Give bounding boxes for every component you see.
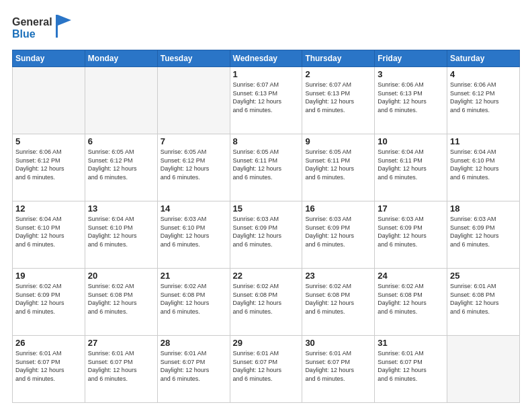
calendar-cell: 3Sunrise: 6:06 AMSunset: 6:13 PMDaylight… (375, 67, 447, 134)
calendar-cell: 21Sunrise: 6:02 AMSunset: 6:08 PMDayligh… (157, 269, 230, 336)
calendar-cell (447, 336, 520, 403)
header: General Blue (12, 12, 520, 43)
calendar-cell: 27Sunrise: 6:01 AMSunset: 6:07 PMDayligh… (85, 336, 157, 403)
logo: General Blue (12, 12, 73, 43)
weekday-header-row: SundayMondayTuesdayWednesdayThursdayFrid… (13, 50, 520, 67)
calendar-cell: 17Sunrise: 6:03 AMSunset: 6:09 PMDayligh… (375, 201, 447, 269)
calendar-cell: 19Sunrise: 6:02 AMSunset: 6:09 PMDayligh… (13, 269, 85, 336)
svg-text:General: General (12, 16, 52, 28)
day-info: Sunrise: 6:02 AMSunset: 6:09 PMDaylight:… (15, 282, 82, 316)
day-info: Sunrise: 6:03 AMSunset: 6:09 PMDaylight:… (305, 215, 371, 248)
day-info: Sunrise: 6:05 AMSunset: 6:11 PMDaylight:… (305, 148, 371, 181)
day-number: 3 (378, 69, 444, 79)
weekday-header-thursday: Thursday (302, 50, 375, 67)
weekday-header-sunday: Sunday (13, 50, 85, 67)
calendar-table: SundayMondayTuesdayWednesdayThursdayFrid… (12, 50, 520, 403)
calendar-cell: 26Sunrise: 6:01 AMSunset: 6:07 PMDayligh… (13, 336, 85, 403)
page: General Blue SundayMondayTuesdayWednesda… (0, 0, 532, 411)
day-number: 7 (161, 136, 227, 146)
day-info: Sunrise: 6:07 AMSunset: 6:13 PMDaylight:… (233, 81, 300, 114)
calendar-cell (157, 67, 230, 134)
calendar-cell: 2Sunrise: 6:07 AMSunset: 6:13 PMDaylight… (302, 67, 375, 134)
calendar-cell: 25Sunrise: 6:01 AMSunset: 6:08 PMDayligh… (447, 269, 520, 336)
day-number: 6 (88, 136, 154, 146)
day-info: Sunrise: 6:02 AMSunset: 6:08 PMDaylight:… (305, 282, 371, 316)
day-number: 20 (88, 271, 154, 281)
calendar-cell: 5Sunrise: 6:06 AMSunset: 6:12 PMDaylight… (13, 134, 85, 201)
calendar-cell: 4Sunrise: 6:06 AMSunset: 6:12 PMDaylight… (447, 67, 520, 134)
day-info: Sunrise: 6:05 AMSunset: 6:11 PMDaylight:… (233, 148, 300, 181)
calendar-cell: 12Sunrise: 6:04 AMSunset: 6:10 PMDayligh… (13, 201, 85, 269)
calendar-cell: 18Sunrise: 6:03 AMSunset: 6:09 PMDayligh… (447, 201, 520, 269)
day-number: 9 (305, 136, 371, 146)
day-number: 11 (450, 136, 517, 146)
day-number: 28 (161, 338, 227, 348)
calendar-cell: 13Sunrise: 6:04 AMSunset: 6:10 PMDayligh… (85, 201, 157, 269)
weekday-header-wednesday: Wednesday (230, 50, 302, 67)
day-info: Sunrise: 6:01 AMSunset: 6:07 PMDaylight:… (88, 349, 154, 383)
calendar-cell (85, 67, 157, 134)
day-info: Sunrise: 6:03 AMSunset: 6:09 PMDaylight:… (233, 215, 300, 248)
day-info: Sunrise: 6:04 AMSunset: 6:10 PMDaylight:… (15, 215, 82, 248)
calendar-cell: 20Sunrise: 6:02 AMSunset: 6:08 PMDayligh… (85, 269, 157, 336)
calendar-cell: 7Sunrise: 6:05 AMSunset: 6:12 PMDaylight… (157, 134, 230, 201)
svg-text:Blue: Blue (12, 28, 36, 40)
day-info: Sunrise: 6:02 AMSunset: 6:08 PMDaylight:… (378, 282, 444, 316)
day-number: 31 (378, 338, 444, 348)
day-info: Sunrise: 6:01 AMSunset: 6:07 PMDaylight:… (161, 349, 227, 383)
day-number: 1 (233, 69, 300, 79)
day-info: Sunrise: 6:04 AMSunset: 6:10 PMDaylight:… (88, 215, 154, 248)
calendar-cell: 15Sunrise: 6:03 AMSunset: 6:09 PMDayligh… (230, 201, 302, 269)
day-number: 29 (233, 338, 300, 348)
day-info: Sunrise: 6:03 AMSunset: 6:10 PMDaylight:… (161, 215, 227, 248)
weekday-header-tuesday: Tuesday (157, 50, 230, 67)
day-info: Sunrise: 6:06 AMSunset: 6:12 PMDaylight:… (450, 81, 517, 114)
calendar-cell: 22Sunrise: 6:02 AMSunset: 6:08 PMDayligh… (230, 269, 302, 336)
day-info: Sunrise: 6:06 AMSunset: 6:12 PMDaylight:… (15, 148, 82, 181)
calendar-cell: 6Sunrise: 6:05 AMSunset: 6:12 PMDaylight… (85, 134, 157, 201)
day-info: Sunrise: 6:05 AMSunset: 6:12 PMDaylight:… (88, 148, 154, 181)
day-number: 17 (378, 203, 444, 214)
calendar-cell: 30Sunrise: 6:01 AMSunset: 6:07 PMDayligh… (302, 336, 375, 403)
day-info: Sunrise: 6:04 AMSunset: 6:10 PMDaylight:… (450, 148, 517, 181)
calendar-cell: 23Sunrise: 6:02 AMSunset: 6:08 PMDayligh… (302, 269, 375, 336)
day-number: 15 (233, 203, 300, 214)
day-number: 21 (161, 271, 227, 281)
calendar-week-0: 1Sunrise: 6:07 AMSunset: 6:13 PMDaylight… (13, 67, 520, 134)
day-info: Sunrise: 6:04 AMSunset: 6:11 PMDaylight:… (378, 148, 444, 181)
calendar-cell: 16Sunrise: 6:03 AMSunset: 6:09 PMDayligh… (302, 201, 375, 269)
day-info: Sunrise: 6:07 AMSunset: 6:13 PMDaylight:… (305, 81, 371, 114)
day-info: Sunrise: 6:02 AMSunset: 6:08 PMDaylight:… (233, 282, 300, 316)
calendar-cell: 1Sunrise: 6:07 AMSunset: 6:13 PMDaylight… (230, 67, 302, 134)
calendar-week-3: 19Sunrise: 6:02 AMSunset: 6:09 PMDayligh… (13, 269, 520, 336)
day-number: 16 (305, 203, 371, 214)
day-number: 23 (305, 271, 371, 281)
weekday-header-friday: Friday (375, 50, 447, 67)
day-number: 13 (88, 203, 154, 214)
day-info: Sunrise: 6:01 AMSunset: 6:07 PMDaylight:… (378, 349, 444, 383)
day-info: Sunrise: 6:05 AMSunset: 6:12 PMDaylight:… (161, 148, 227, 181)
day-number: 14 (161, 203, 227, 214)
day-number: 5 (15, 136, 82, 146)
day-number: 12 (15, 203, 82, 214)
day-number: 22 (233, 271, 300, 281)
day-number: 25 (450, 271, 517, 281)
calendar-cell: 24Sunrise: 6:02 AMSunset: 6:08 PMDayligh… (375, 269, 447, 336)
svg-marker-2 (58, 15, 71, 26)
day-info: Sunrise: 6:01 AMSunset: 6:07 PMDaylight:… (15, 349, 82, 383)
calendar-cell: 29Sunrise: 6:01 AMSunset: 6:07 PMDayligh… (230, 336, 302, 403)
svg-rect-3 (56, 15, 58, 38)
calendar-week-1: 5Sunrise: 6:06 AMSunset: 6:12 PMDaylight… (13, 134, 520, 201)
day-info: Sunrise: 6:06 AMSunset: 6:13 PMDaylight:… (378, 81, 444, 114)
day-info: Sunrise: 6:03 AMSunset: 6:09 PMDaylight:… (378, 215, 444, 248)
calendar-week-2: 12Sunrise: 6:04 AMSunset: 6:10 PMDayligh… (13, 201, 520, 269)
day-info: Sunrise: 6:03 AMSunset: 6:09 PMDaylight:… (450, 215, 517, 248)
calendar-cell: 9Sunrise: 6:05 AMSunset: 6:11 PMDaylight… (302, 134, 375, 201)
day-number: 24 (378, 271, 444, 281)
day-number: 8 (233, 136, 300, 146)
calendar-cell: 10Sunrise: 6:04 AMSunset: 6:11 PMDayligh… (375, 134, 447, 201)
calendar-cell (13, 67, 85, 134)
calendar-cell: 28Sunrise: 6:01 AMSunset: 6:07 PMDayligh… (157, 336, 230, 403)
weekday-header-saturday: Saturday (447, 50, 520, 67)
day-number: 10 (378, 136, 444, 146)
